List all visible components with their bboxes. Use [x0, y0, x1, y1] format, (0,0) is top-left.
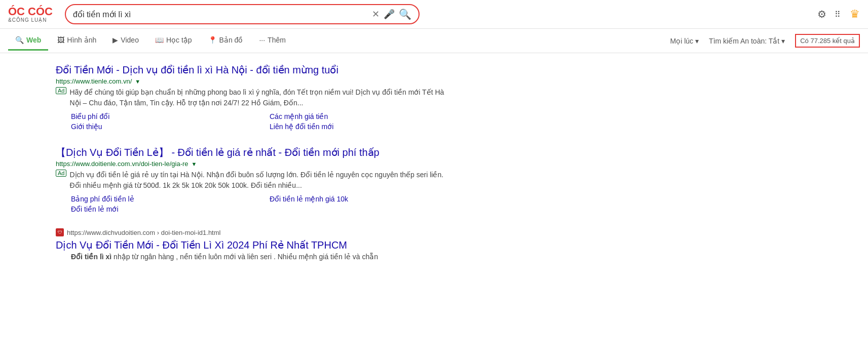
sitelink[interactable]: Bảng phí đổi tiền lẻ	[71, 195, 249, 203]
result-sitelinks: Biểu phí đổi Các mệnh giá tiền Giới thiệ…	[56, 112, 448, 131]
header: ÓC CÓC &CÔNG LUẬN ✕ 🎤 🔍 ⚙ ⠿ ♛	[0, 0, 868, 29]
search-bar[interactable]: ✕ 🎤 🔍	[65, 4, 420, 24]
search-button[interactable]: 🔍	[399, 8, 411, 20]
study-icon: 📖	[155, 36, 164, 44]
sitelink[interactable]: Đổi tiền lẻ mệnh giá 10k	[270, 195, 448, 203]
result-url: https://www.tienle.com.vn/	[56, 77, 132, 85]
settings-icon[interactable]: ⚙	[817, 8, 826, 20]
tab-web-label: Web	[26, 36, 41, 44]
nav-tabs: 🔍 Web 🖼 Hình ảnh ▶ Video 📖 Học tập 📍 Bản…	[0, 29, 868, 53]
header-right: ⚙ ⠿ ♛	[817, 8, 860, 21]
tab-study[interactable]: 📖 Học tập	[148, 31, 199, 51]
result-sitelinks: Bảng phí đổi tiền lẻ Đổi tiền lẻ mệnh gi…	[56, 195, 448, 213]
result-title[interactable]: Đổi Tiền Mới - Dịch vụ đổi tiền lì xì Hà…	[56, 64, 338, 75]
nav-right: Mọi lúc ▾ Tìm kiếm An toàn: Tắt ▾ Có 77.…	[670, 29, 860, 53]
tab-video-label: Video	[121, 36, 139, 44]
tab-more-label: Thêm	[268, 36, 286, 44]
sitelink[interactable]: Biểu phí đổi	[71, 112, 249, 120]
result-item: 【Dịch Vụ Đổi Tiền Lẻ】 - Đổi tiền lẻ giá …	[56, 146, 448, 213]
search-input[interactable]	[73, 10, 368, 19]
voice-search-button[interactable]: 🎤	[384, 9, 395, 20]
result-item: Đổi Tiền Mới - Dịch vụ đổi tiền lì xì Hà…	[56, 63, 448, 131]
result-title[interactable]: 【Dịch Vụ Đổi Tiền Lẻ】 - Đổi tiền lẻ giá …	[56, 147, 380, 158]
result-desc: Hãy để chúng tôi giúp bạn chuẩn bị những…	[69, 87, 448, 108]
main-content: Đổi Tiền Mới - Dịch vụ đổi tiền lì xì Hà…	[0, 53, 456, 288]
snippet-text: nhập từ ngân hàng , nền tiền luôn mới và…	[111, 253, 378, 261]
ad-badge: Ad	[56, 87, 66, 94]
url-arrow-icon: ▼	[135, 78, 140, 85]
organic-url-text: https://www.dichvudoitien.com › doi-tien…	[67, 229, 220, 236]
result-url-line: https://www.tienle.com.vn/ ▼	[56, 77, 448, 85]
tab-study-label: Học tập	[166, 36, 192, 44]
favicon-icon: 🛡	[56, 228, 64, 236]
time-filter[interactable]: Mọi lúc ▾	[670, 37, 699, 45]
logo-red: ÓC CÓC	[8, 5, 53, 18]
result-title[interactable]: Dịch Vụ Đổi Tiền Mới - Đổi Tiền Lì Xì 20…	[56, 239, 347, 251]
sitelink[interactable]: Giới thiệu	[71, 123, 249, 131]
sitelink[interactable]: Liên hệ đổi tiền mới	[270, 123, 448, 131]
safe-search[interactable]: Tìm kiếm An toàn: Tắt ▾	[709, 37, 785, 45]
result-url-line: https://www.doitienle.com.vn/doi-tien-le…	[56, 160, 448, 168]
safe-search-label: Tìm kiếm An toàn: Tắt	[709, 37, 779, 45]
organic-url-line: 🛡 https://www.dichvudoitien.com › doi-ti…	[56, 228, 448, 236]
crown-icon[interactable]: ♛	[850, 8, 860, 21]
result-count: Có 77.285 kết quả	[795, 34, 860, 48]
result-desc: Dịch vụ đổi tiền lẻ giá rẻ uy tín tại Hà…	[69, 170, 448, 191]
web-icon: 🔍	[15, 36, 24, 44]
snippet-bold: Đổi tiền lì xì	[71, 253, 111, 261]
clear-button[interactable]: ✕	[372, 9, 380, 20]
safe-search-arrow: ▾	[781, 37, 785, 45]
map-icon: 📍	[208, 36, 217, 44]
tab-map[interactable]: 📍 Bản đồ	[201, 31, 250, 51]
time-filter-arrow: ▾	[695, 37, 699, 45]
logo: ÓC CÓC &CÔNG LUẬN	[8, 6, 59, 23]
tab-web[interactable]: 🔍 Web	[8, 31, 48, 51]
result-url: https://www.doitienle.com.vn/doi-tien-le…	[56, 160, 188, 168]
tab-more[interactable]: ··· Thêm	[252, 31, 292, 51]
sitelink[interactable]: Các mệnh giá tiền	[270, 112, 448, 120]
time-filter-label: Mọi lúc	[670, 37, 694, 45]
ad-badge: Ad	[56, 170, 66, 177]
tab-images-label: Hình ảnh	[67, 36, 96, 44]
apps-icon[interactable]: ⠿	[835, 10, 842, 19]
tab-video[interactable]: ▶ Video	[105, 31, 146, 51]
url-arrow-icon: ▼	[192, 161, 197, 167]
tab-map-label: Bản đồ	[219, 36, 243, 44]
sitelink[interactable]: Đổi tiền lẻ mới	[71, 205, 249, 213]
logo-subtitle: &CÔNG LUẬN	[8, 17, 53, 23]
images-icon: 🖼	[57, 36, 64, 44]
video-icon: ▶	[112, 36, 118, 44]
more-icon: ···	[259, 36, 265, 44]
result-item: 🛡 https://www.dichvudoitien.com › doi-ti…	[56, 228, 448, 262]
tab-images[interactable]: 🖼 Hình ảnh	[50, 31, 103, 51]
result-snippet: Đổi tiền lì xì nhập từ ngân hàng , nền t…	[56, 252, 448, 262]
